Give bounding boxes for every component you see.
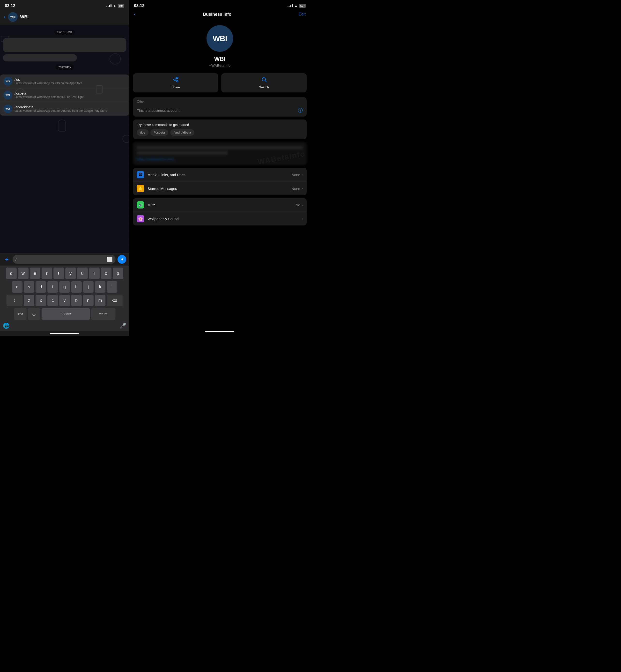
share-label: Share — [171, 85, 180, 89]
keyboard-special-row: 🌐 🎤 — [1, 322, 128, 330]
sticker-icon[interactable]: ⬜ — [107, 256, 113, 262]
media-links-docs-row[interactable]: 🖼 Media, Links, and Docs None › — [133, 168, 306, 182]
other-section: Other This is a business account. ⓘ — [133, 97, 306, 117]
back-button-right[interactable]: ‹ — [134, 12, 136, 17]
page-title: Business Info — [203, 12, 232, 17]
edit-button[interactable]: Edit — [299, 12, 306, 17]
attachment-button[interactable]: + — [3, 255, 11, 263]
key-delete[interactable]: ⌫ — [107, 294, 123, 306]
chat-title: WBI — [20, 14, 29, 19]
business-account-text: This is a business account. — [137, 108, 298, 113]
key-v[interactable]: v — [59, 294, 70, 306]
key-i[interactable]: i — [89, 268, 99, 279]
keyboard-row-1: q w e r t y u i o p — [1, 268, 128, 279]
message-bubble-2 — [3, 54, 77, 62]
text-input-wrap: ⬜ — [12, 255, 116, 264]
media-icon-wrap: 🖼 — [137, 171, 144, 178]
battery-icon-right: 50 — [299, 4, 306, 8]
message-input[interactable] — [15, 257, 105, 262]
wallpaper-icon-wrap: 🌸 — [137, 215, 144, 222]
scrollable-content: WBI WBI ~WABetaInfo Share — [129, 20, 310, 328]
key-u[interactable]: u — [77, 268, 88, 279]
key-r[interactable]: r — [42, 268, 52, 279]
share-button[interactable]: Share — [133, 73, 218, 92]
keyboard-row-3: ⇧ z x c v b n m ⌫ — [1, 294, 128, 306]
key-l[interactable]: l — [107, 281, 117, 293]
mute-menu-section: 🔊 Mute No › 🌸 Wallpaper & Sound › — [133, 198, 306, 226]
key-a[interactable]: a — [12, 281, 23, 293]
key-e[interactable]: e — [30, 268, 40, 279]
search-button[interactable]: Search — [221, 73, 306, 92]
key-w[interactable]: w — [18, 268, 29, 279]
starred-messages-value: None — [291, 187, 300, 191]
svg-line-12 — [175, 78, 176, 79]
home-indicator-right — [205, 331, 234, 332]
blurred-content-section: https://wabetainfo.com/ — [133, 142, 306, 165]
wallpaper-chevron-icon: › — [301, 217, 303, 221]
chat-header: ‹ WBI WBI — [0, 10, 129, 25]
svg-rect-5 — [96, 86, 102, 93]
key-k[interactable]: k — [95, 281, 106, 293]
command-tag-ios[interactable]: /ios — [137, 129, 149, 136]
home-indicator-left — [50, 333, 79, 334]
key-z[interactable]: z — [24, 294, 34, 306]
key-o[interactable]: o — [101, 268, 112, 279]
key-j[interactable]: j — [83, 281, 93, 293]
key-n[interactable]: n — [83, 294, 93, 306]
mute-icon: 🔊 — [138, 203, 143, 207]
bottom-spacer — [129, 228, 310, 238]
key-h[interactable]: h — [71, 281, 82, 293]
key-space[interactable]: space — [42, 308, 90, 320]
key-d[interactable]: d — [36, 281, 46, 293]
key-x[interactable]: x — [36, 294, 46, 306]
svg-line-11 — [175, 80, 176, 81]
media-links-docs-label: Media, Links, and Docs — [148, 173, 291, 177]
right-panel: 03:12 ▲ 50 ‹ Business Info Edit WBI WBI … — [129, 0, 310, 336]
media-icon: 🖼 — [138, 172, 142, 177]
key-s[interactable]: s — [24, 281, 34, 293]
back-button-left[interactable]: ‹ — [4, 14, 6, 19]
wifi-icon-right: ▲ — [294, 4, 298, 8]
status-icons-left: ▲ 50 — [106, 4, 124, 8]
key-numbers[interactable]: 123 — [14, 308, 27, 320]
key-shift[interactable]: ⇧ — [6, 294, 23, 306]
blur-line-1 — [137, 146, 303, 149]
starred-messages-row[interactable]: ⭐ Starred Messages None › — [133, 182, 306, 195]
business-account-row: This is a business account. ⓘ — [133, 104, 306, 117]
wallpaper-label: Wallpaper & Sound — [148, 217, 300, 221]
command-tag-androidbeta[interactable]: /androidbeta — [170, 129, 195, 136]
profile-section: WBI WBI ~WABetaInfo — [129, 20, 310, 73]
mute-chevron-icon: › — [301, 203, 303, 207]
key-q[interactable]: q — [6, 268, 17, 279]
chat-background: Sat, 13 Jan Yesterday WBI /ios Latest ve… — [0, 25, 129, 253]
battery-icon-left: 50 — [118, 4, 124, 8]
info-icon[interactable]: ⓘ — [298, 107, 303, 114]
date-pill-1: Sat, 13 Jan — [54, 30, 75, 35]
key-y[interactable]: y — [65, 268, 76, 279]
key-g[interactable]: g — [59, 281, 70, 293]
key-return[interactable]: return — [91, 308, 115, 320]
send-button[interactable]: ➤ — [118, 255, 126, 264]
status-bar-right: 03:12 ▲ 50 — [129, 0, 310, 10]
key-f[interactable]: f — [47, 281, 58, 293]
keyboard-row-2: a s d f g h j k l — [1, 281, 128, 293]
key-m[interactable]: m — [95, 294, 106, 306]
key-c[interactable]: c — [47, 294, 58, 306]
command-tag-iosbeta[interactable]: /iosbeta — [151, 129, 168, 136]
key-p[interactable]: p — [113, 268, 123, 279]
commands-section-right: Try these commands to get started /ios /… — [133, 119, 306, 139]
wallpaper-row[interactable]: 🌸 Wallpaper & Sound › — [133, 212, 306, 226]
keyboard-row-4: 123 ☺ space return — [1, 308, 128, 320]
key-b[interactable]: b — [71, 294, 82, 306]
website-link[interactable]: https://wabetainfo.com/ — [137, 157, 303, 161]
svg-line-14 — [265, 81, 266, 82]
status-icons-right: ▲ 50 — [288, 4, 306, 8]
key-t[interactable]: t — [53, 268, 64, 279]
wbi-avatar-large: WBI — [207, 25, 233, 52]
mute-row[interactable]: 🔊 Mute No › — [133, 198, 306, 212]
search-label: Search — [259, 85, 269, 89]
microphone-icon[interactable]: 🎤 — [120, 323, 126, 329]
globe-icon[interactable]: 🌐 — [3, 323, 9, 329]
other-label: Other — [133, 97, 306, 104]
key-emoji[interactable]: ☺ — [28, 308, 40, 320]
